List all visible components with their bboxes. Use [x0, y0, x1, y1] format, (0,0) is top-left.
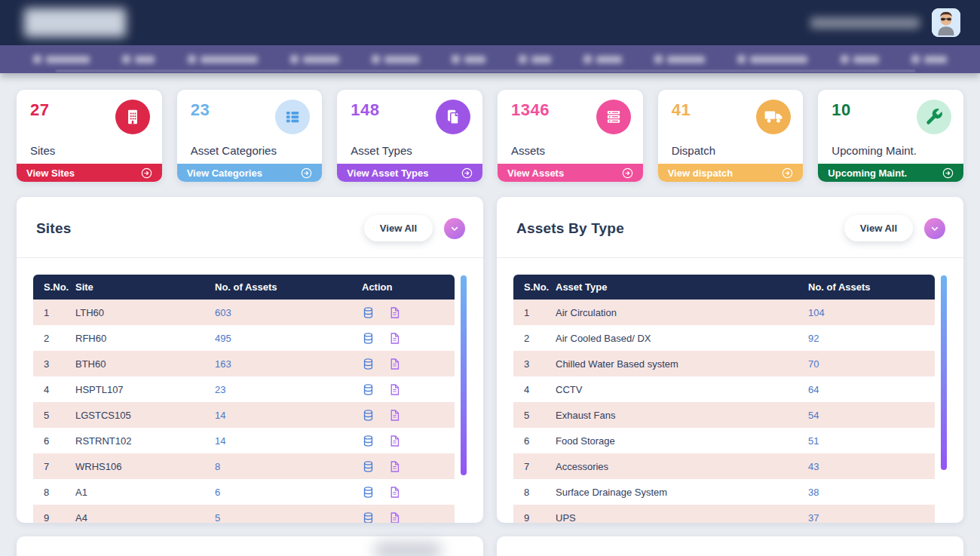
row-actions [356, 376, 455, 402]
assets-by-type-panel: Assets By Type View All S.No.Asset TypeN… [497, 197, 963, 523]
assets-table-row: 6 Food Storage 51 [513, 428, 935, 453]
stat-footer-button[interactable]: Upcoming Maint. [818, 164, 963, 182]
file-icon[interactable] [388, 383, 401, 396]
stat-footer-button[interactable]: View Categories [177, 164, 323, 182]
asset-type-count[interactable]: 43 [802, 453, 935, 479]
row-sno: 7 [33, 453, 69, 479]
file-icon[interactable] [388, 409, 401, 422]
dashboard-page: 27 Sites View Sites 23 Asset Categories … [0, 73, 980, 556]
site-asset-count[interactable]: 5 [209, 505, 356, 523]
column-header: Action [356, 275, 455, 300]
asset-type-count[interactable]: 70 [802, 351, 935, 376]
column-header: S.No. [33, 275, 69, 300]
file-icon[interactable] [388, 332, 401, 345]
file-icon[interactable] [388, 435, 401, 447]
stat-card-asset-categories: 23 Asset Categories View Categories [177, 90, 323, 182]
database-icon[interactable] [362, 460, 375, 473]
file-icon[interactable] [388, 486, 401, 499]
row-actions [356, 351, 455, 376]
nav-item-blurred-8[interactable] [583, 55, 622, 63]
database-icon[interactable] [362, 409, 375, 422]
column-header: Site [69, 275, 209, 300]
user-avatar[interactable] [932, 8, 960, 37]
row-sno: 1 [513, 300, 550, 325]
database-icon[interactable] [362, 383, 375, 396]
sites-table-scrollbar[interactable] [461, 275, 467, 475]
asset-type-count[interactable]: 38 [802, 479, 935, 505]
row-sno: 8 [513, 479, 550, 505]
file-icon[interactable] [388, 511, 401, 523]
database-icon[interactable] [362, 435, 375, 447]
file-icon[interactable] [388, 358, 401, 370]
asset-type-count[interactable]: 64 [802, 376, 935, 402]
assets-collapse-button[interactable] [924, 218, 945, 239]
stat-footer-label: Upcoming Maint. [828, 167, 907, 179]
site-asset-count[interactable]: 23 [209, 376, 356, 402]
site-asset-count[interactable]: 163 [209, 351, 356, 376]
assets-panel-title: Assets By Type [516, 220, 624, 237]
dashboard-panels: Sites View All S.No.SiteNo. of AssetsAct… [17, 197, 963, 523]
arrow-circle-icon [781, 167, 794, 180]
stat-footer-button[interactable]: View Sites [17, 164, 162, 182]
file-icon[interactable] [388, 460, 401, 473]
asset-type-count[interactable]: 104 [802, 300, 935, 325]
asset-type-count[interactable]: 92 [802, 325, 935, 351]
nav-item-blurred-6[interactable] [452, 55, 485, 63]
nav-item-blurred-1[interactable] [33, 55, 90, 63]
app-logo[interactable] [24, 8, 126, 37]
row-sno: 5 [33, 402, 69, 428]
site-name: HSPTL107 [69, 376, 209, 402]
sites-view-all-button[interactable]: View All [364, 215, 433, 241]
nav-item-blurred-7[interactable] [519, 55, 551, 63]
site-asset-count[interactable]: 14 [209, 402, 356, 428]
nav-item-blurred-4[interactable] [290, 55, 339, 63]
site-asset-count[interactable]: 6 [209, 479, 356, 505]
stat-footer-button[interactable]: View Asset Types [337, 164, 482, 182]
row-sno: 6 [33, 428, 69, 453]
app-header [0, 0, 980, 45]
nav-item-blurred-9[interactable] [654, 55, 705, 63]
row-sno: 3 [33, 351, 69, 376]
asset-type-name: UPS [550, 505, 802, 523]
asset-type-count[interactable]: 51 [802, 428, 935, 453]
stat-footer-button[interactable]: View Assets [498, 164, 643, 182]
site-asset-count[interactable]: 8 [209, 453, 356, 479]
asset-type-count[interactable]: 37 [802, 505, 935, 523]
file-icon[interactable] [388, 306, 401, 319]
stat-card-dispatch: 41 Dispatch View dispatch [658, 90, 804, 182]
stat-footer-button[interactable]: View dispatch [658, 164, 804, 182]
site-asset-count[interactable]: 495 [209, 325, 356, 351]
database-icon[interactable] [362, 306, 375, 319]
assets-table-row: 2 Air Cooled Based/ DX 92 [513, 325, 935, 351]
nav-item-blurred-10[interactable] [737, 55, 807, 63]
assets-table-scrollbar[interactable] [941, 275, 947, 470]
arrow-circle-icon [300, 167, 313, 180]
nav-item-blurred-12[interactable] [911, 55, 947, 63]
stat-footer-label: View Categories [187, 167, 262, 179]
nav-item-label [853, 56, 879, 63]
sites-collapse-button[interactable] [444, 218, 465, 239]
site-name: RFH60 [69, 325, 209, 351]
nav-item-icon [372, 55, 380, 63]
sites-panel-title: Sites [36, 220, 71, 237]
database-icon[interactable] [362, 486, 375, 499]
database-icon[interactable] [362, 511, 375, 523]
assets-panel-header: Assets By Type View All [497, 197, 963, 258]
assets-view-all-button[interactable]: View All [844, 215, 913, 241]
assets-by-type-table: S.No.Asset TypeNo. of Assets 1 Air Circu… [513, 275, 935, 523]
asset-type-count[interactable]: 54 [802, 402, 935, 428]
nav-item-blurred-2[interactable] [122, 55, 155, 63]
row-actions [356, 402, 455, 428]
stat-label: Upcoming Maint. [831, 144, 917, 157]
nav-item-icon [33, 55, 41, 63]
database-icon[interactable] [362, 332, 375, 345]
sites-panel: Sites View All S.No.SiteNo. of AssetsAct… [17, 197, 483, 523]
sites-table-row: 9 A4 5 [33, 505, 455, 523]
database-icon[interactable] [362, 358, 375, 370]
nav-item-icon [583, 55, 592, 63]
site-asset-count[interactable]: 603 [209, 300, 356, 325]
nav-item-blurred-11[interactable] [841, 55, 879, 63]
nav-item-blurred-5[interactable] [372, 55, 419, 63]
site-asset-count[interactable]: 14 [209, 428, 356, 453]
nav-item-blurred-3[interactable] [188, 55, 258, 63]
